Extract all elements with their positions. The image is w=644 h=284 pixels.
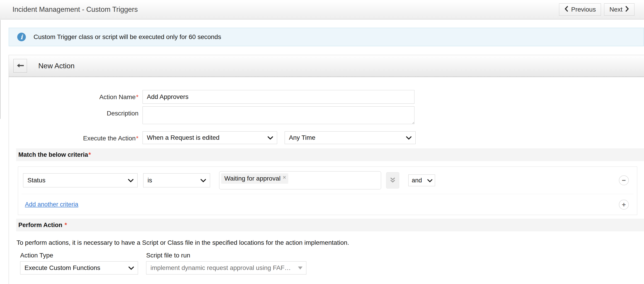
new-action-header: New Action — [9, 55, 644, 77]
chevron-down-icon — [128, 264, 134, 271]
chevron-down-icon — [200, 177, 206, 184]
panel-title: New Action — [38, 62, 74, 70]
back-arrow-icon — [16, 63, 24, 69]
left-frame-edge — [0, 20, 0, 119]
perform-action-fields: Action Type Execute Custom Functions Scr… — [20, 252, 644, 274]
value-tag: Waiting for approval × — [221, 173, 288, 184]
add-criteria-row: Add another criteria + — [18, 194, 637, 215]
chevron-down-icon — [427, 177, 432, 184]
chevron-down-icon — [128, 177, 134, 184]
chevron-down-icon — [268, 134, 273, 141]
previous-button[interactable]: Previous — [559, 4, 601, 16]
value-tag-label: Waiting for approval — [224, 175, 280, 182]
criteria-joiner-select[interactable]: and — [408, 174, 435, 186]
page-header: Incident Management - Custom Triggers Pr… — [0, 0, 644, 20]
remove-tag-icon[interactable]: × — [283, 175, 286, 180]
caret-down-icon — [298, 266, 302, 269]
criteria-row: Status is Waiting for approval × — [18, 167, 637, 194]
execute-action-row: Execute the Action* When a Request is ed… — [9, 131, 644, 144]
next-button[interactable]: Next — [604, 4, 634, 16]
choose-values-button[interactable] — [386, 172, 399, 188]
script-file-select[interactable]: implement dynamic request approval using… — [146, 261, 306, 274]
description-label: Description — [9, 106, 138, 117]
criteria-field-select[interactable]: Status — [23, 173, 138, 187]
next-button-label: Next — [609, 6, 622, 13]
description-textarea[interactable] — [142, 106, 414, 124]
chevron-down-icon — [406, 134, 412, 141]
required-asterisk: * — [64, 222, 67, 229]
action-form: Action Name* Description Execute the Act… — [9, 77, 644, 144]
action-type-select[interactable]: Execute Custom Functions — [20, 261, 138, 274]
custom-triggers-page: Incident Management - Custom Triggers Pr… — [0, 0, 644, 284]
chevron-right-icon — [625, 6, 629, 13]
execute-action-label: Execute the Action* — [9, 131, 138, 142]
info-banner-text: Custom Trigger class or script will be e… — [34, 33, 221, 41]
execute-time-select[interactable]: Any Time — [284, 131, 416, 144]
header-buttons: Previous Next — [559, 4, 634, 16]
action-name-input[interactable] — [142, 90, 414, 104]
remove-criteria-button[interactable]: − — [619, 175, 629, 185]
action-name-row: Action Name* — [9, 90, 644, 104]
action-type-label: Action Type — [20, 252, 138, 259]
chevron-left-icon — [564, 6, 568, 13]
script-file-field: Script file to run implement dynamic req… — [146, 252, 306, 274]
info-icon: i — [17, 33, 26, 41]
add-another-criteria-link[interactable]: Add another criteria — [25, 201, 78, 208]
required-asterisk: * — [136, 94, 138, 101]
required-asterisk: * — [88, 151, 91, 158]
description-row: Description — [9, 106, 644, 124]
script-file-label: Script file to run — [146, 252, 306, 259]
page-title: Incident Management - Custom Triggers — [12, 6, 138, 14]
info-banner: i Custom Trigger class or script will be… — [8, 28, 644, 46]
perform-action-note: To perform actions, it is necessary to h… — [16, 239, 644, 246]
previous-button-label: Previous — [571, 6, 596, 13]
criteria-value-input[interactable]: Waiting for approval × — [219, 171, 381, 189]
required-asterisk: * — [136, 135, 138, 142]
criteria-operator-select[interactable]: is — [143, 173, 210, 187]
back-button[interactable] — [13, 59, 27, 73]
perform-action-section-title: Perform Action* — [16, 219, 644, 231]
action-name-label: Action Name* — [9, 90, 138, 101]
add-criteria-button[interactable]: + — [619, 200, 629, 210]
execute-event-select[interactable]: When a Request is edited — [142, 131, 277, 144]
action-type-field: Action Type Execute Custom Functions — [20, 252, 138, 274]
match-criteria-section-title: Match the below criteria* — [16, 148, 644, 161]
double-chevron-down-icon — [390, 177, 396, 184]
criteria-box: Status is Waiting for approval × — [18, 166, 637, 215]
new-action-panel: New Action Action Name* Description — [8, 55, 644, 284]
